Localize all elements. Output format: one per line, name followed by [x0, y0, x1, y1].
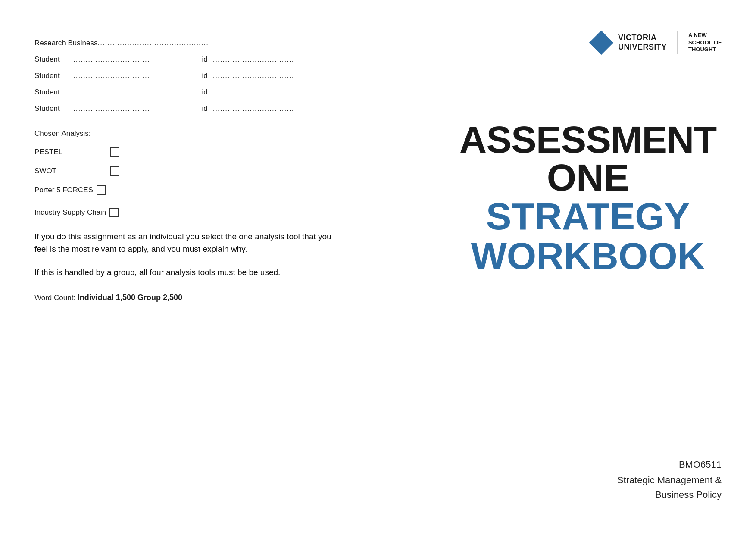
student-dots-2: ............................... — [73, 72, 197, 80]
word-count-row: Word Count: Individual 1,500 Group 2,500 — [34, 293, 336, 302]
title-strategy: STRATEGY — [454, 197, 722, 236]
left-panel: Research Business ......................… — [0, 0, 371, 535]
bottom-info: BMO6511 Strategic Management & Business … — [617, 459, 722, 501]
porter-checkbox[interactable] — [97, 185, 106, 195]
porter-row: Porter 5 FORCES — [34, 185, 336, 195]
title-one: ONE — [454, 159, 722, 197]
student-row-4: Student ............................... … — [34, 104, 336, 113]
pestel-row: PESTEL — [34, 147, 336, 157]
id-dots-1: ................................. — [213, 55, 336, 64]
page: Research Business ......................… — [0, 0, 756, 535]
student-label-1: Student — [34, 55, 73, 64]
research-business-row: Research Business ......................… — [34, 39, 336, 47]
id-label-1: id — [202, 55, 207, 64]
logo-area: VICTORIA UNIVERSITY A NEW SCHOOL OF THOU… — [589, 30, 722, 55]
logo-container: VICTORIA UNIVERSITY — [589, 30, 667, 55]
pestel-checkbox[interactable] — [110, 147, 119, 157]
student-label-3: Student — [34, 88, 73, 97]
course-name: Strategic Management & — [617, 475, 722, 486]
title-area: ASSESSMENT ONE STRATEGY WORKBOOK — [454, 121, 722, 276]
student-label-2: Student — [34, 72, 73, 80]
supply-chain-row: Industry Supply Chain — [34, 208, 336, 217]
student-dots-4: ............................... — [73, 104, 197, 113]
student-dots-1: ............................... — [73, 55, 197, 64]
supply-chain-checkbox[interactable] — [109, 208, 119, 217]
id-label-2: id — [202, 72, 207, 80]
logo-divider — [677, 31, 678, 54]
id-dots-3: ................................. — [213, 88, 336, 97]
student-row-2: Student ............................... … — [34, 72, 336, 80]
word-count-label: Word Count: — [34, 294, 75, 302]
course-code: BMO6511 — [617, 459, 722, 470]
body-text-1: If you do this assignment as an individu… — [34, 230, 336, 256]
title-assessment: ASSESSMENT — [454, 121, 722, 159]
body-text-2: If this is handled by a group, all four … — [34, 266, 336, 278]
right-panel: VICTORIA UNIVERSITY A NEW SCHOOL OF THOU… — [371, 0, 756, 535]
research-business-label: Research Business — [34, 39, 97, 47]
supply-chain-label: Industry Supply Chain — [34, 208, 106, 217]
swot-row: SWOT — [34, 166, 336, 176]
university-name: VICTORIA UNIVERSITY — [618, 33, 667, 52]
pestel-label: PESTEL — [34, 148, 110, 156]
student-row-1: Student ............................... … — [34, 55, 336, 64]
student-row-3: Student ............................... … — [34, 88, 336, 97]
course-sub: Business Policy — [617, 489, 722, 501]
id-label-4: id — [202, 104, 207, 113]
chosen-analysis-label: Chosen Analysis: — [34, 129, 336, 138]
new-thought-text: A NEW SCHOOL OF THOUGHT — [688, 32, 722, 54]
id-dots-4: ................................. — [213, 104, 336, 113]
word-count-value: Individual 1,500 Group 2,500 — [78, 293, 182, 302]
porter-label: Porter 5 FORCES — [34, 186, 93, 194]
title-workbook: WORKBOOK — [454, 236, 722, 276]
svg-rect-0 — [589, 31, 614, 55]
swot-label: SWOT — [34, 167, 110, 175]
student-dots-3: ............................... — [73, 88, 197, 97]
swot-checkbox[interactable] — [110, 166, 119, 176]
research-business-dots: ........................................… — [97, 39, 336, 47]
id-dots-2: ................................. — [213, 72, 336, 80]
id-label-3: id — [202, 88, 207, 97]
student-label-4: Student — [34, 104, 73, 113]
victoria-diamond-icon — [589, 30, 614, 55]
